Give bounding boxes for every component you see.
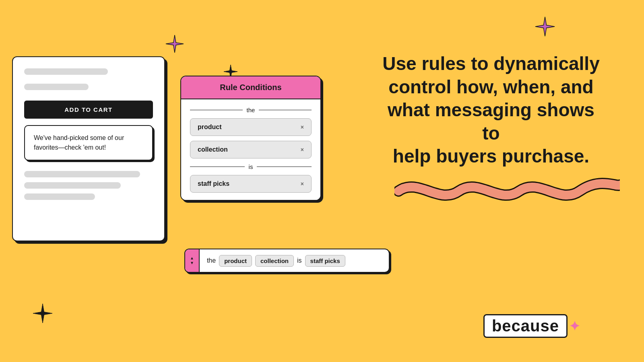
rule-tag-collection-remove[interactable]: × xyxy=(301,146,304,153)
headline-line3: what messaging shows to xyxy=(388,99,594,144)
sentence-content: the product collection is staff picks xyxy=(200,255,353,267)
headline-line2: control how, when, and xyxy=(388,76,593,97)
sentence-tag-product: product xyxy=(219,255,252,267)
sparkle-top-right xyxy=(535,16,555,37)
rule-tag-collection-label: collection xyxy=(198,146,228,153)
tooltip-text: We've hand-picked some of our favorites—… xyxy=(34,134,124,151)
card-line-4 xyxy=(24,182,121,189)
sparkle-top-left xyxy=(165,34,184,53)
rule-tag-product-label: product xyxy=(198,123,222,131)
headline-text: Use rules to dynamically control how, wh… xyxy=(378,52,604,168)
because-word: because xyxy=(492,317,559,335)
headline-line4: help buyers purchase. xyxy=(393,146,589,167)
card-line-5 xyxy=(24,193,95,200)
divider-line-left-1 xyxy=(190,110,243,111)
because-logo-star: ✦ xyxy=(569,319,580,334)
rule-card-body: the product × collection × is staff pick… xyxy=(181,99,320,200)
card-lines-bottom xyxy=(24,171,153,200)
arrow-up[interactable]: ▲ xyxy=(190,256,194,260)
arrow-down[interactable]: ▼ xyxy=(190,261,194,265)
wavy-decoration xyxy=(394,173,620,207)
rule-tag-staff-picks[interactable]: staff picks × xyxy=(190,175,312,193)
sentence-word-is: is xyxy=(297,257,302,264)
card-line-3 xyxy=(24,171,140,177)
because-logo-text: because xyxy=(483,314,568,338)
product-card: ADD TO CART We've hand-picked some of ou… xyxy=(12,56,165,241)
card-line-1 xyxy=(24,68,108,75)
sparkle-bottom-left xyxy=(32,303,53,324)
divider-the-text: the xyxy=(247,107,255,113)
headline-line1: Use rules to dynamically xyxy=(382,53,599,74)
divider-is: is xyxy=(190,163,312,170)
sentence-tag-collection: collection xyxy=(255,255,294,267)
rule-card-header: Rule Conditions xyxy=(181,76,320,99)
rule-conditions-card: Rule Conditions the product × collection… xyxy=(180,76,321,201)
divider-is-text: is xyxy=(249,163,253,170)
rule-tag-staff-picks-label: staff picks xyxy=(198,180,229,187)
because-logo: because ✦ xyxy=(483,314,580,338)
headline: Use rules to dynamically control how, wh… xyxy=(378,52,604,168)
rule-tag-product-remove[interactable]: × xyxy=(301,124,304,130)
sentence-arrows[interactable]: ▲ ▼ xyxy=(185,249,200,272)
divider-line-right-1 xyxy=(259,110,312,111)
rule-tag-collection[interactable]: collection × xyxy=(190,141,312,158)
sentence-word-the: the xyxy=(207,257,216,264)
tooltip-bubble: We've hand-picked some of our favorites—… xyxy=(24,125,153,160)
divider-the: the xyxy=(190,107,312,113)
add-to-cart-button[interactable]: ADD TO CART xyxy=(24,101,153,119)
divider-line-left-2 xyxy=(190,167,245,167)
rule-tag-staff-picks-remove[interactable]: × xyxy=(301,181,304,187)
sentence-tag-staff-picks: staff picks xyxy=(305,255,345,267)
card-line-2 xyxy=(24,84,89,90)
divider-line-right-2 xyxy=(257,167,312,167)
rule-tag-product[interactable]: product × xyxy=(190,118,312,136)
sentence-bar: ▲ ▼ the product collection is staff pick… xyxy=(184,249,390,273)
